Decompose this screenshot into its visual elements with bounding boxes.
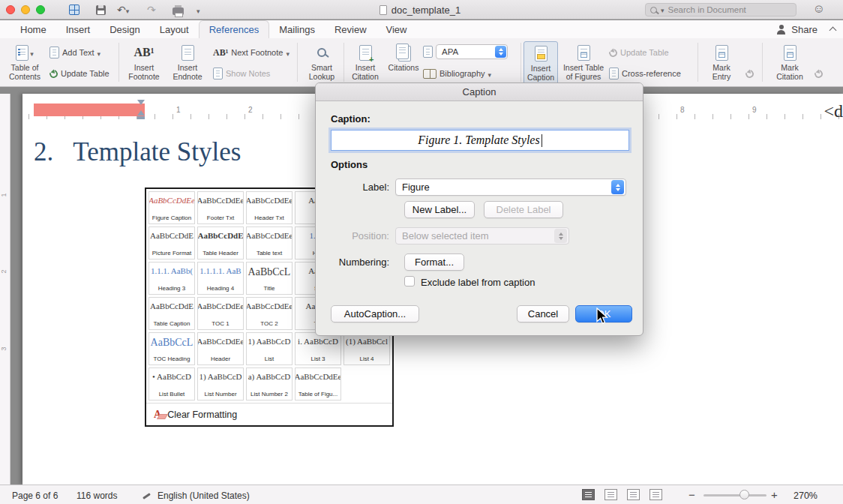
search-input[interactable]: Search in Document [645,3,796,16]
style-item[interactable]: AaBbCcDdEeFigure Caption [148,191,195,224]
tab-design[interactable]: Design [100,20,149,38]
tab-home[interactable]: Home [10,20,56,38]
label-select[interactable]: Figure [395,178,626,196]
hanging-indent-marker[interactable] [137,110,145,116]
new-label-button[interactable]: New Label... [404,201,475,218]
tab-view[interactable]: View [376,20,417,38]
insert-citation-button[interactable]: Insert Citation [346,41,384,85]
zoom-slider-thumb[interactable] [740,490,749,500]
style-item[interactable]: AaBbCcDdEeTable of Figu... [295,368,341,400]
style-item[interactable]: AaBbCcDdEPicture Format [148,226,195,260]
citations-button[interactable]: Citations [386,41,422,85]
dropdown-caret-icon [286,46,290,59]
style-item[interactable]: AaBbCcDdETable Caption [148,297,195,330]
zoom-out-button[interactable] [688,488,695,501]
style-item[interactable]: AaBbCcLTitle [246,262,292,295]
exclude-label-checkbox[interactable] [404,276,415,286]
style-item[interactable]: AaBbCcDdETable Header [197,226,244,260]
style-item[interactable]: 1) AaBbCcDList [246,332,292,365]
format-button[interactable]: Format... [404,254,464,271]
caption-input[interactable]: Figure 1. Template Styles [331,130,629,151]
insert-caption-button[interactable]: Insert Caption [524,41,558,85]
mark-entry-button[interactable]: Mark Entry [704,41,740,85]
zoom-slider-track[interactable] [704,494,766,496]
style-item[interactable]: AaBbCcDdEeTOC 2 [246,297,292,330]
label-value: Figure [402,182,430,193]
redo-button[interactable] [147,3,156,16]
show-notes-button[interactable]: Show Notes [213,66,270,81]
style-item[interactable]: 1.1.1. AaBb(Heading 3 [148,262,195,295]
close-button[interactable] [6,5,15,14]
collapse-ribbon-icon[interactable] [830,27,837,34]
page-indicator[interactable]: Page 6 of 6 [12,490,58,501]
citation-style-stepper[interactable] [495,46,506,58]
style-item[interactable]: AaBbCcDdEeTOC 1 [197,297,244,330]
update-index-button[interactable] [746,66,754,81]
tab-references[interactable]: References [199,20,269,38]
undo-button[interactable] [117,3,129,16]
update-table-figures-button[interactable]: Update Table [609,45,669,60]
style-item[interactable]: a) AaBbCcDList Number 2 [246,368,292,400]
update-table-button[interactable]: Update Table [50,66,110,81]
share-button[interactable]: Share [776,20,843,38]
insert-caption-label: Insert Caption [524,64,557,82]
print-button[interactable] [172,3,184,16]
smart-lookup-button[interactable]: Smart Lookup [302,41,342,85]
add-text-button[interactable]: Add Text [50,45,100,60]
tab-review[interactable]: Review [325,20,376,38]
mouse-cursor [596,308,608,326]
bibliography-button[interactable]: Bibliography [423,66,491,81]
mark-citation-label: Mark Citation [771,64,808,81]
cancel-button[interactable]: Cancel [517,305,569,322]
word-window: doc_template_1 Search in Document Home I… [0,0,843,504]
cross-reference-button[interactable]: Cross-reference [609,66,681,81]
web-layout-view-button[interactable] [604,489,617,500]
first-line-indent-marker[interactable] [137,100,145,105]
style-item[interactable]: AaBbCcLTOC Heading [148,332,195,365]
customize-toolbar-button[interactable] [196,3,200,16]
vertical-ruler-number: 1 [0,193,8,196]
proofing-status-icon[interactable] [142,493,152,499]
table-of-contents-button[interactable]: Table of Contents [3,41,46,85]
insert-footnote-button[interactable]: AB¹ Insert Footnote [124,41,164,85]
tab-mailings[interactable]: Mailings [269,20,325,38]
insert-endnote-button[interactable]: Insert Endnote [168,41,207,85]
citation-style-select[interactable]: APA [436,44,508,59]
outline-view-button[interactable] [627,489,640,500]
style-item[interactable]: AaBbCcDdEeHeader Txt [246,191,292,224]
zoom-window-button[interactable] [36,5,45,14]
language-indicator[interactable]: English (United States) [158,490,250,501]
word-count[interactable]: 116 words [76,490,117,501]
style-item[interactable]: • AaBbCcDList Bullet [148,368,195,400]
style-item[interactable]: AaBbCcDdEeTable text [246,226,292,260]
insert-citation-label: Insert Citation [346,64,384,81]
left-indent-marker[interactable] [137,116,145,119]
zoom-level[interactable]: 270% [794,490,818,501]
style-item[interactable]: i. AaBbCcDList 3 [295,332,341,365]
update-citation-table-button[interactable] [814,66,823,81]
style-item[interactable]: (1) AaBbCclList 4 [344,332,390,365]
ruler-number: 2 [248,106,253,114]
sidebar-toggle-button[interactable] [69,3,80,16]
redo-icon [147,3,156,16]
clear-formatting-button[interactable]: A Clear Formatting [146,403,392,425]
style-item[interactable]: AaBbCcDdEeFooter Txt [197,191,244,224]
style-item[interactable]: AaBbCcDdEeHeader [197,332,244,365]
style-item[interactable]: 1) AaBbCcDList Number [197,368,244,400]
draft-view-button[interactable] [650,489,662,500]
mark-citation-button[interactable]: Mark Citation [771,41,808,85]
feedback-smiley-button[interactable] [813,2,825,16]
bibliography-icon [423,69,436,79]
next-footnote-button[interactable]: AB¹ Next Footnote [213,45,290,60]
save-button[interactable] [96,3,106,16]
insert-table-of-figures-button[interactable]: Insert Table of Figures [562,41,604,85]
label-select-stepper[interactable] [611,180,624,194]
tab-layout[interactable]: Layout [150,20,199,38]
print-layout-view-button[interactable] [582,489,595,500]
tab-insert[interactable]: Insert [56,20,100,38]
vertical-ruler-number: 3 [0,346,8,350]
style-item[interactable]: 1.1.1.1. AaBHeading 4 [197,262,244,295]
autocaption-button[interactable]: AutoCaption... [331,305,419,322]
zoom-in-button[interactable] [771,488,778,501]
minimize-button[interactable] [21,5,30,14]
